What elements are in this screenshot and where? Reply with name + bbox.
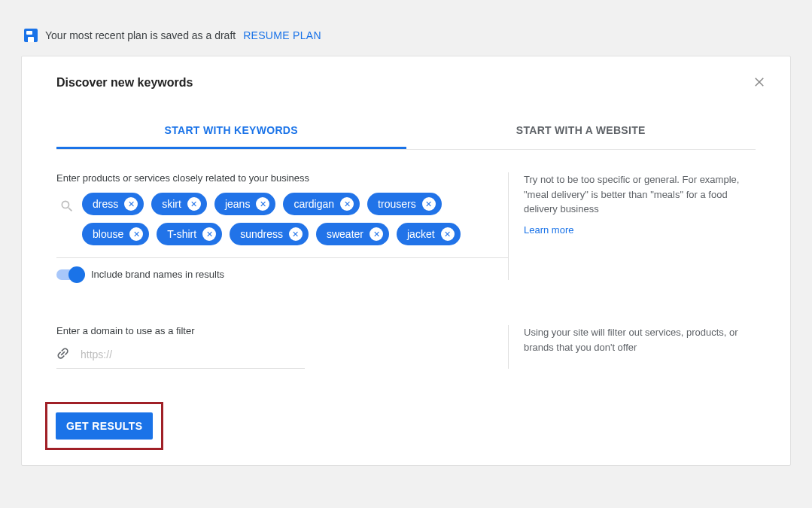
chip-label: dress bbox=[93, 198, 118, 210]
chip-remove-icon[interactable]: ✕ bbox=[129, 227, 143, 241]
keywords-section-label: Enter products or services closely relat… bbox=[56, 172, 508, 184]
get-results-button[interactable]: GET RESULTS bbox=[56, 412, 153, 440]
chip-remove-icon[interactable]: ✕ bbox=[441, 227, 455, 241]
toggle-label: Include brand names in results bbox=[91, 269, 224, 280]
keyword-chip: sundress✕ bbox=[230, 223, 309, 245]
chip-remove-icon[interactable]: ✕ bbox=[202, 227, 216, 241]
draft-text: Your most recent plan is saved as a draf… bbox=[45, 29, 236, 41]
keyword-chip: jacket✕ bbox=[397, 223, 461, 245]
domain-hint-text: Using your site will filter out services… bbox=[524, 325, 748, 354]
resume-plan-link[interactable]: RESUME PLAN bbox=[243, 29, 321, 41]
include-brand-names-toggle[interactable] bbox=[56, 269, 82, 280]
chip-label: sweater bbox=[327, 228, 363, 240]
tabs: START WITH KEYWORDS START WITH A WEBSITE bbox=[56, 114, 756, 150]
chip-label: cardigan bbox=[293, 198, 334, 210]
keyword-chip: trousers✕ bbox=[367, 193, 442, 215]
tab-start-with-keywords[interactable]: START WITH KEYWORDS bbox=[56, 114, 406, 149]
chip-label: T-shirt bbox=[167, 228, 196, 240]
keyword-chip: T-shirt✕ bbox=[157, 223, 222, 245]
chip-remove-icon[interactable]: ✕ bbox=[370, 227, 383, 241]
chip-label: jacket bbox=[407, 228, 435, 240]
get-results-highlight: GET RESULTS bbox=[45, 402, 163, 450]
save-icon bbox=[24, 29, 38, 42]
domain-filter-input[interactable] bbox=[81, 348, 305, 360]
keyword-chip: blouse✕ bbox=[82, 223, 149, 245]
keyword-chip: cardigan✕ bbox=[283, 193, 360, 215]
chip-label: skirt bbox=[162, 198, 181, 210]
keyword-chip-area[interactable]: dress✕skirt✕jeans✕cardigan✕trousers✕blou… bbox=[56, 193, 508, 258]
chip-remove-icon[interactable]: ✕ bbox=[124, 197, 138, 211]
card-title: Discover new keywords bbox=[56, 76, 756, 90]
chip-label: jeans bbox=[225, 198, 250, 210]
chip-remove-icon[interactable]: ✕ bbox=[340, 197, 354, 211]
tab-start-with-website[interactable]: START WITH A WEBSITE bbox=[406, 114, 756, 149]
chip-remove-icon[interactable]: ✕ bbox=[289, 227, 303, 241]
chip-remove-icon[interactable]: ✕ bbox=[256, 197, 269, 211]
close-icon[interactable] bbox=[753, 75, 766, 91]
chip-remove-icon[interactable]: ✕ bbox=[187, 197, 201, 211]
draft-banner: Your most recent plan is saved as a draf… bbox=[0, 0, 812, 56]
keyword-chip: sweater✕ bbox=[316, 223, 389, 245]
chip-label: blouse bbox=[93, 228, 123, 240]
chip-remove-icon[interactable]: ✕ bbox=[422, 197, 436, 211]
learn-more-link[interactable]: Learn more bbox=[524, 224, 573, 236]
keyword-chip: dress✕ bbox=[82, 193, 144, 215]
keyword-chip: skirt✕ bbox=[151, 193, 207, 215]
domain-section-label: Enter a domain to use as a filter bbox=[56, 325, 508, 336]
keywords-hint-text: Try not to be too specific or general. F… bbox=[524, 172, 748, 217]
link-icon bbox=[52, 342, 75, 366]
chip-label: sundress bbox=[240, 228, 283, 240]
discover-keywords-card: Discover new keywords START WITH KEYWORD… bbox=[21, 56, 791, 466]
chip-label: trousers bbox=[378, 198, 416, 210]
search-icon bbox=[56, 193, 75, 217]
keyword-chip: jeans✕ bbox=[214, 193, 275, 215]
chips-container: dress✕skirt✕jeans✕cardigan✕trousers✕blou… bbox=[82, 193, 508, 245]
